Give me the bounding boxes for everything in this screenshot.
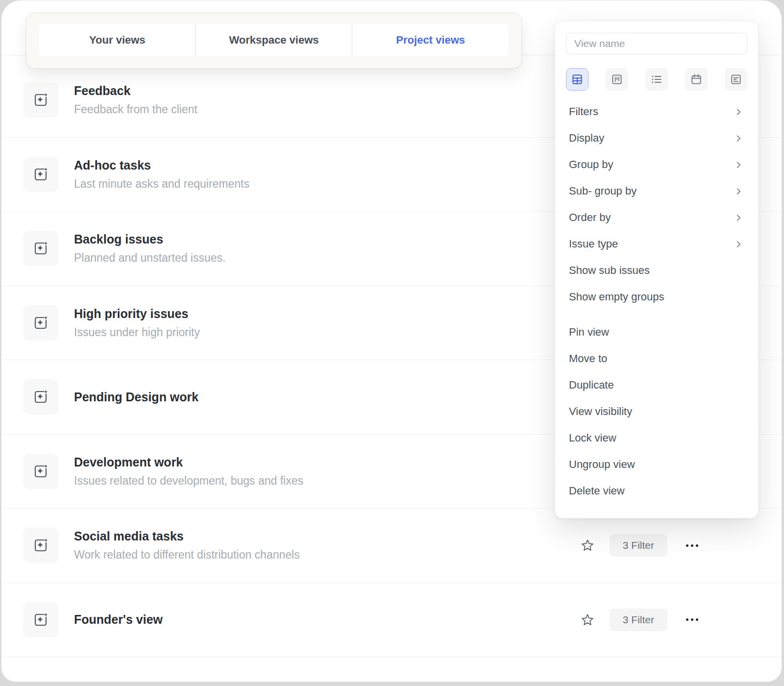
menu-item-order-by[interactable]: Order by <box>566 204 747 231</box>
more-options-button[interactable] <box>685 540 699 551</box>
chevron-right-icon <box>734 134 743 143</box>
star-outline-icon <box>581 539 594 552</box>
sheet-layout-button[interactable] <box>725 68 747 91</box>
more-options-button[interactable] <box>685 614 699 625</box>
view-row-founders-view[interactable]: Founder's view 3 Filter <box>1 583 782 658</box>
view-icon-box <box>23 305 58 341</box>
chevron-right-icon <box>734 240 743 249</box>
view-row-text: Founder's view <box>74 612 163 627</box>
view-title: Founder's view <box>74 612 163 627</box>
calendar-layout-icon <box>690 73 703 86</box>
layout-selector <box>566 68 747 91</box>
favorite-star-button[interactable] <box>580 538 595 553</box>
chevron-right-icon <box>734 107 743 117</box>
calendar-layout-button[interactable] <box>685 68 708 91</box>
view-sparkle-icon <box>32 463 49 480</box>
menu-item-show-sub-issues[interactable]: Show sub issues <box>566 257 747 284</box>
view-row-text: Backlog issues Planned and unstarted iss… <box>74 232 225 265</box>
star-outline-icon <box>581 613 594 627</box>
menu-item-duplicate[interactable]: Duplicate <box>566 372 747 398</box>
tab-your-views[interactable]: Your views <box>39 24 196 56</box>
view-sparkle-icon <box>32 166 49 183</box>
view-description: Issues under high priority <box>74 326 200 339</box>
menu-item-delete-view[interactable]: Delete view <box>566 478 747 504</box>
view-description: Issues related to development, bugs and … <box>74 474 303 488</box>
view-row-social-media-tasks[interactable]: Social media tasks Work related to diffe… <box>1 509 782 583</box>
view-row-text: Development work Issues related to devel… <box>74 455 303 488</box>
view-icon-box <box>23 528 58 563</box>
list-layout-button[interactable] <box>645 68 668 91</box>
view-icon-box <box>23 231 58 266</box>
filter-count-button[interactable]: 3 Filter <box>610 609 667 631</box>
view-description: Feedback from the client <box>74 103 197 116</box>
view-sparkle-icon <box>32 240 49 257</box>
filter-count-button[interactable]: 3 Filter <box>610 534 667 557</box>
view-options-menu: Filters Display Group by Sub- group by O… <box>566 98 747 310</box>
chevron-right-icon <box>734 160 743 170</box>
view-row-text: Social media tasks Work related to diffe… <box>74 529 300 562</box>
view-title: Social media tasks <box>74 529 300 543</box>
view-title: Development work <box>74 455 303 469</box>
view-row-text: Ad-hoc tasks Last minute asks and requir… <box>74 158 249 191</box>
tab-workspace-views[interactable]: Workspace views <box>196 24 352 56</box>
view-icon-box <box>23 379 58 415</box>
menu-item-ungroup-view[interactable]: Ungroup view <box>566 451 747 478</box>
view-sparkle-icon <box>32 314 49 332</box>
menu-item-move-to[interactable]: Move to <box>566 345 747 372</box>
table-layout-icon <box>571 73 584 86</box>
menu-item-filters[interactable]: Filters <box>566 98 747 125</box>
view-title: Pending Design work <box>74 390 198 404</box>
ellipsis-icon <box>686 544 688 547</box>
view-row-text: High priority issues Issues under high p… <box>74 307 200 339</box>
menu-item-lock-view[interactable]: Lock view <box>566 425 747 451</box>
menu-item-display[interactable]: Display <box>566 125 747 151</box>
view-row-actions: 3 Filter <box>580 534 699 557</box>
table-layout-button[interactable] <box>566 68 588 91</box>
sheet-layout-icon <box>730 73 742 86</box>
view-sparkle-icon <box>32 537 49 554</box>
favorite-star-button[interactable] <box>580 612 595 627</box>
view-icon-box <box>23 602 58 637</box>
view-description: Last minute asks and requirements <box>74 177 249 191</box>
view-description: Planned and unstarted issues. <box>74 251 225 265</box>
chevron-right-icon <box>734 213 743 222</box>
view-actions-menu: Pin view Move to Duplicate View visibili… <box>566 319 747 504</box>
tab-project-views[interactable]: Project views <box>352 24 509 56</box>
view-description: Work related to different distribution c… <box>74 548 300 562</box>
view-sparkle-icon <box>32 91 49 109</box>
list-layout-icon <box>650 73 663 86</box>
kanban-layout-button[interactable] <box>606 68 628 91</box>
menu-item-view-visibility[interactable]: View visibility <box>566 398 747 425</box>
ellipsis-icon <box>686 618 688 621</box>
view-sparkle-icon <box>32 611 49 629</box>
views-tab-group: Your views Workspace views Project views <box>39 24 509 56</box>
view-sparkle-icon <box>32 388 49 406</box>
view-row-text: Pending Design work <box>74 390 198 404</box>
view-title: High priority issues <box>74 307 200 321</box>
kanban-layout-icon <box>611 73 623 86</box>
view-icon-box <box>23 454 58 489</box>
view-icon-box <box>23 157 58 192</box>
view-name-input[interactable] <box>566 33 747 54</box>
views-tab-switcher: Your views Workspace views Project views <box>26 13 522 69</box>
menu-item-show-empty-groups[interactable]: Show empty groups <box>566 284 747 310</box>
view-options-dropdown: Filters Display Group by Sub- group by O… <box>555 21 759 518</box>
view-title: Feedback <box>74 84 197 98</box>
view-icon-box <box>23 82 58 118</box>
view-title: Backlog issues <box>74 232 225 246</box>
chevron-right-icon <box>734 187 743 196</box>
menu-item-issue-type[interactable]: Issue type <box>566 231 747 257</box>
menu-item-group-by[interactable]: Group by <box>566 151 747 178</box>
view-row-text: Feedback Feedback from the client <box>74 84 197 116</box>
menu-item-pin-view[interactable]: Pin view <box>566 319 747 345</box>
view-row-actions: 3 Filter <box>580 609 699 631</box>
view-title: Ad-hoc tasks <box>74 158 249 172</box>
menu-item-sub-group-by[interactable]: Sub- group by <box>566 178 747 204</box>
